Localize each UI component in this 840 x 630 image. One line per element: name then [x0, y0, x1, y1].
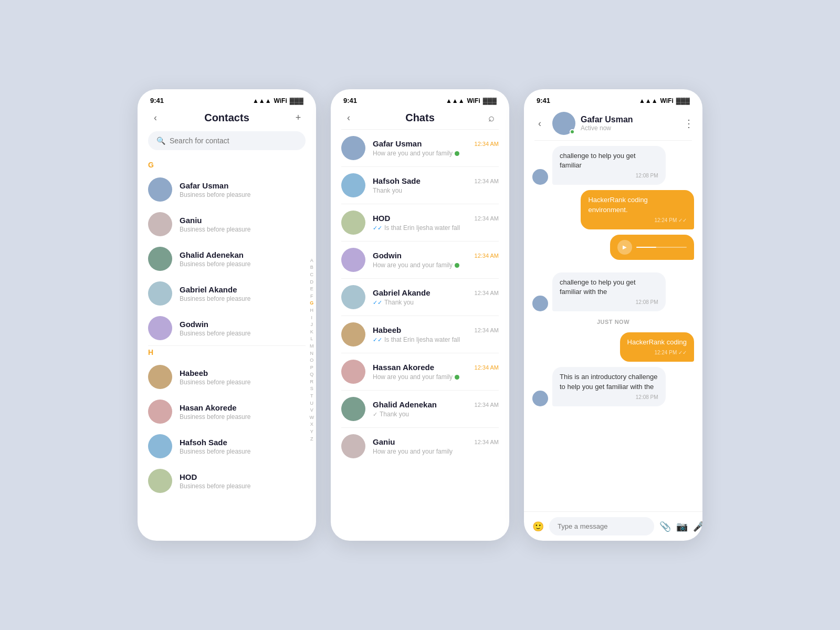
contact-hasan-sub: Business before pleasure [180, 413, 306, 421]
contacts-add-button[interactable]: + [291, 112, 306, 123]
chat-hafsoh-preview: Thank you [373, 187, 402, 194]
chat-detail-phone: 9:41 ▲▲▲ WiFi ▓▓▓ ‹ Gafar Usman Active n… [524, 89, 702, 541]
chat-signal-icon: ▲▲▲ [639, 97, 658, 104]
chat-gafar-avatar [341, 136, 365, 160]
contact-gabriel-avatar [148, 281, 172, 306]
chat-hassan-avatar [341, 360, 365, 384]
godwin-unread-dot [455, 263, 459, 268]
contact-hod-sub: Business before pleasure [180, 482, 306, 490]
contacts-time: 9:41 [150, 97, 164, 104]
message-input[interactable] [549, 517, 654, 536]
chat-hod-preview: Is that Erin Ijesha water fall [384, 224, 460, 232]
chat-hafsoh[interactable]: Hafsoh Sade 12:34 AM Thank you [331, 167, 509, 204]
play-button[interactable]: ▶ [617, 240, 632, 255]
contact-gafar-name: Gafar Usman [180, 181, 306, 190]
attachment-button[interactable]: 📎 [659, 521, 671, 532]
chat-gabriel-time: 12:34 AM [475, 290, 499, 296]
chats-wifi-icon: WiFi [467, 97, 480, 104]
contact-ghalid[interactable]: Ghalid Adenekan Business before pleasure [138, 242, 316, 276]
contact-hafsoh-avatar [148, 434, 172, 458]
chat-godwin-avatar [341, 248, 365, 272]
chat-ganiu-name: Ganiu [373, 437, 395, 446]
chat-hod[interactable]: HOD 12:34 AM ✓✓ Is that Erin Ijesha wate… [331, 204, 509, 241]
contact-habeeb[interactable]: Habeeb Business before pleasure [138, 360, 316, 394]
wifi-icon: WiFi [274, 97, 287, 104]
voice-bubble[interactable]: ▶ [610, 235, 694, 260]
chats-phone: 9:41 ▲▲▲ WiFi ▓▓▓ ‹ Chats ⌕ Gafar Usman … [331, 89, 509, 541]
contacts-title: Contacts [204, 112, 249, 124]
chats-back-button[interactable]: ‹ [341, 112, 356, 123]
bubble-time-4: 12:24 PM ✓✓ [627, 349, 687, 356]
chat-more-button[interactable]: ⋮ [684, 117, 694, 130]
chat-godwin-preview: How are you and your family [373, 261, 453, 269]
contact-gafar[interactable]: Gafar Usman Business before pleasure [138, 172, 316, 207]
chat-habeeb-check: ✓✓ [373, 337, 382, 343]
mic-button[interactable]: 🎤 [693, 521, 702, 532]
contacts-back-button[interactable]: ‹ [148, 112, 163, 123]
contact-gabriel-sub: Business before pleasure [180, 295, 306, 302]
chats-title: Chats [405, 112, 435, 124]
chat-hassan-preview: How are you and your family [373, 373, 453, 381]
chat-godwin-name: Godwin [373, 251, 402, 260]
chat-hod-name: HOD [373, 214, 390, 223]
contact-godwin-name: Godwin [180, 320, 306, 329]
chat-battery-icon: ▓▓▓ [676, 97, 690, 104]
chat-user-status: Active now [581, 124, 678, 132]
contacts-phone: 9:41 ▲▲▲ WiFi ▓▓▓ ‹ Contacts + 🔍 G Gafar… [138, 89, 316, 541]
chat-habeeb-name: Habeeb [373, 326, 401, 334]
messages-area: challenge to help you get familiar 12:08… [524, 141, 702, 511]
waveform [636, 247, 687, 248]
contact-hod-name: HOD [180, 472, 306, 481]
contacts-status-icons: ▲▲▲ WiFi ▓▓▓ [253, 97, 303, 104]
contact-hasan[interactable]: Hasan Akorede Business before pleasure [138, 394, 316, 429]
chat-ghalid-time: 12:34 AM [475, 402, 499, 408]
contact-ganiu[interactable]: Ganiu Business before pleasure [138, 207, 316, 242]
bubble-sent-2: HackerRank coding 12:24 PM ✓✓ [620, 332, 694, 362]
msg-received-3: This is an introductory challenge to hel… [532, 367, 694, 406]
contacts-search-input[interactable] [170, 136, 297, 145]
contacts-search-bar[interactable]: 🔍 [148, 131, 306, 150]
emoji-button[interactable]: 🙂 [532, 521, 544, 532]
time-divider: JUST NOW [532, 317, 694, 327]
chats-status-icons: ▲▲▲ WiFi ▓▓▓ [446, 97, 497, 104]
section-h-label: H [138, 346, 316, 360]
chat-hassan-time: 12:34 AM [475, 364, 499, 371]
contact-ghalid-avatar [148, 247, 172, 271]
contact-ghalid-name: Ghalid Adenekan [180, 250, 306, 259]
chat-back-button[interactable]: ‹ [532, 118, 547, 129]
chats-nav-bar: ‹ Chats ⌕ [331, 108, 509, 129]
contact-hafsoh-name: Hafsoh Sade [180, 438, 306, 447]
chats-search-button[interactable]: ⌕ [484, 112, 499, 124]
bubble-time-2: 12:24 PM ✓✓ [588, 217, 687, 224]
bubble-received-3: This is an introductory challenge to hel… [552, 367, 666, 406]
contact-godwin[interactable]: Godwin Business before pleasure [138, 311, 316, 345]
contact-godwin-sub: Business before pleasure [180, 330, 306, 337]
signal-icon: ▲▲▲ [253, 97, 271, 104]
contact-gabriel[interactable]: Gabriel Akande Business before pleasure [138, 276, 316, 311]
chat-gabriel[interactable]: Gabriel Akande 12:34 AM ✓✓ Thank you [331, 279, 509, 316]
contact-hasan-name: Hasan Akorede [180, 403, 306, 412]
chat-ghalid[interactable]: Ghalid Adenekan 12:34 AM ✓ Thank you [331, 391, 509, 427]
contact-hafsoh[interactable]: Hafsoh Sade Business before pleasure [138, 429, 316, 464]
chats-battery-icon: ▓▓▓ [483, 97, 497, 104]
chat-habeeb[interactable]: Habeeb 12:34 AM ✓✓ Is that Erin Ijesha w… [331, 316, 509, 353]
contact-hod-avatar [148, 469, 172, 493]
chat-godwin-time: 12:34 AM [475, 253, 499, 259]
chat-hafsoh-avatar [341, 173, 365, 197]
chat-ghalid-name: Ghalid Adenekan [373, 400, 437, 409]
msg-avatar-1 [532, 169, 548, 185]
chat-user-avatar [552, 112, 575, 135]
contact-hod[interactable]: HOD Business before pleasure [138, 464, 316, 498]
chat-godwin[interactable]: Godwin 12:34 AM How are you and your fam… [331, 242, 509, 278]
contact-habeeb-name: Habeeb [180, 369, 306, 377]
contact-habeeb-avatar [148, 365, 172, 389]
chat-ghalid-check: ✓ [373, 411, 377, 418]
chat-hod-check: ✓✓ [373, 225, 382, 232]
hassan-unread-dot [455, 375, 459, 380]
chat-gafar[interactable]: Gafar Usman 12:34 AM How are you and you… [331, 130, 509, 166]
chat-ganiu[interactable]: Ganiu 12:34 AM How are you and your fami… [331, 428, 509, 465]
contact-ghalid-sub: Business before pleasure [180, 260, 306, 268]
camera-button[interactable]: 📷 [676, 521, 688, 532]
chat-hassan[interactable]: Hassan Akorede 12:34 AM How are you and … [331, 353, 509, 390]
contact-hasan-avatar [148, 400, 172, 424]
